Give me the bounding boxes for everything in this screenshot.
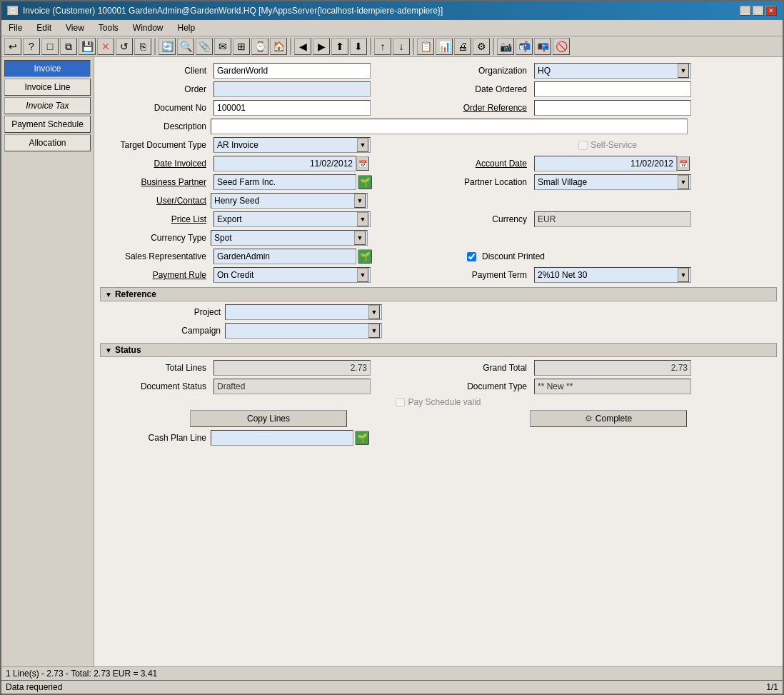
- target-doc-type-arrow[interactable]: ▼: [357, 138, 368, 152]
- copy-detail-button[interactable]: ⎘: [134, 38, 151, 55]
- detail-button[interactable]: ↓: [393, 38, 410, 55]
- business-partner-input[interactable]: [213, 174, 356, 190]
- discount-printed-checkbox[interactable]: [467, 252, 476, 261]
- currency-type-arrow[interactable]: ▼: [354, 231, 366, 245]
- pay-schedule-checkbox[interactable]: [396, 398, 405, 407]
- payment-term-select[interactable]: 2%10 Net 30 ▼: [534, 267, 691, 283]
- account-date-input[interactable]: [534, 156, 677, 171]
- help-button[interactable]: ?: [23, 38, 40, 55]
- sidebar-tab-invoice-line[interactable]: Invoice Line: [4, 79, 91, 96]
- partner-location-arrow[interactable]: ▼: [678, 175, 689, 189]
- organization-dropdown-arrow[interactable]: ▼: [678, 64, 689, 78]
- sidebar-tab-invoice-tax[interactable]: Invoice Tax: [4, 97, 91, 114]
- client-input[interactable]: [213, 63, 371, 79]
- next-button[interactable]: ▶: [313, 38, 330, 55]
- back-button[interactable]: ↩: [4, 38, 21, 55]
- email-button[interactable]: ✉: [214, 38, 231, 55]
- cash-plan-line-lookup-button[interactable]: 🌱: [355, 431, 369, 445]
- report-button[interactable]: 📋: [417, 38, 434, 55]
- project-label: Project: [114, 307, 225, 317]
- payment-term-arrow[interactable]: ▼: [678, 268, 689, 282]
- home-button[interactable]: 🏠: [270, 38, 287, 55]
- campaign-select[interactable]: ▼: [225, 323, 382, 339]
- sales-rep-input[interactable]: [213, 249, 356, 264]
- menu-view[interactable]: View: [61, 21, 89, 34]
- print-button[interactable]: 🖨: [454, 38, 471, 55]
- new-record-button[interactable]: □: [41, 38, 59, 55]
- minimize-button[interactable]: _: [740, 6, 751, 16]
- delete-button[interactable]: ✕: [97, 38, 114, 55]
- date-invoiced-input[interactable]: [213, 156, 356, 171]
- organization-select[interactable]: HQ ▼: [534, 63, 691, 79]
- date-ordered-input[interactable]: [534, 81, 691, 97]
- stop-button[interactable]: 🚫: [553, 38, 570, 55]
- cash-plan-line-input[interactable]: [211, 430, 353, 446]
- restore-button[interactable]: □: [753, 6, 764, 16]
- sales-rep-field-group: Sales Representative 🌱: [100, 249, 438, 264]
- payment-term-field-group: Payment Term 2%10 Net 30 ▼: [438, 267, 777, 283]
- toolbar-separator-5: [493, 38, 494, 55]
- menu-help[interactable]: Help: [174, 21, 200, 34]
- reference-section-header[interactable]: ▼ Reference: [100, 287, 777, 301]
- save-button[interactable]: 💾: [79, 38, 96, 55]
- order-input[interactable]: [213, 81, 371, 97]
- refresh-button[interactable]: 🔄: [159, 38, 176, 55]
- prev-button[interactable]: ◀: [294, 38, 311, 55]
- user-contact-select[interactable]: Henry Seed ▼: [211, 193, 368, 209]
- sales-rep-lookup-button[interactable]: 🌱: [358, 249, 372, 264]
- payment-rule-select[interactable]: On Credit ▼: [213, 267, 371, 283]
- payment-rule-label: Payment Rule: [100, 270, 211, 280]
- copy-record-button[interactable]: ⧉: [60, 38, 77, 55]
- order-reference-input[interactable]: [534, 100, 691, 116]
- menu-edit[interactable]: Edit: [32, 21, 56, 34]
- chart-button[interactable]: 📊: [436, 38, 453, 55]
- menu-tools[interactable]: Tools: [94, 21, 123, 34]
- menu-file[interactable]: File: [4, 21, 26, 34]
- sidebar-tab-payment-schedule[interactable]: Payment Schedule: [4, 116, 91, 133]
- account-date-calendar-button[interactable]: 📅: [677, 156, 690, 171]
- grid-button[interactable]: ⊞: [233, 38, 250, 55]
- campaign-arrow[interactable]: ▼: [368, 324, 380, 338]
- currency-input: [534, 211, 691, 227]
- document-no-input[interactable]: [213, 100, 371, 116]
- undo-button[interactable]: ↺: [116, 38, 133, 55]
- bottom-right-page: 1/1: [766, 682, 778, 692]
- history-button[interactable]: ⌚: [251, 38, 268, 55]
- project-arrow[interactable]: ▼: [368, 305, 380, 319]
- self-service-checkbox[interactable]: [578, 141, 588, 150]
- status-section-header[interactable]: ▼ Status: [100, 343, 777, 357]
- business-partner-lookup-button[interactable]: 🌱: [358, 175, 372, 189]
- last-button[interactable]: ⬇: [350, 38, 367, 55]
- self-service-field-group: Self-Service: [438, 137, 777, 153]
- target-doc-type-select[interactable]: AR Invoice ▼: [213, 137, 371, 153]
- sidebar-tab-invoice[interactable]: Invoice: [4, 60, 91, 77]
- price-list-arrow[interactable]: ▼: [357, 212, 368, 226]
- copy-lines-button[interactable]: Copy Lines: [190, 410, 347, 427]
- user-contact-field-group: User/Contact Henry Seed ▼: [100, 193, 777, 209]
- date-invoiced-calendar-button[interactable]: 📅: [356, 156, 369, 171]
- payment-rule-field-group: Payment Rule On Credit ▼: [100, 267, 438, 283]
- currency-type-select[interactable]: Spot ▼: [211, 230, 368, 246]
- settings-button[interactable]: ⚙: [473, 38, 490, 55]
- close-button[interactable]: ✕: [765, 6, 777, 16]
- mail-out-button[interactable]: 📭: [534, 38, 551, 55]
- partner-location-select[interactable]: Small Village ▼: [534, 174, 691, 190]
- project-select[interactable]: ▼: [225, 304, 382, 320]
- mail-in-button[interactable]: 📬: [516, 38, 533, 55]
- user-contact-arrow[interactable]: ▼: [354, 194, 366, 208]
- payment-rule-arrow[interactable]: ▼: [357, 268, 368, 282]
- copy-lines-button-container: Copy Lines: [100, 410, 437, 427]
- attach-button[interactable]: 📎: [196, 38, 213, 55]
- complete-button[interactable]: ⚙ Complete: [530, 410, 687, 427]
- order-field-group: Order: [100, 81, 438, 97]
- target-doc-type-field-group: Target Document Type AR Invoice ▼: [100, 137, 438, 153]
- description-input[interactable]: [211, 119, 688, 134]
- menu-window[interactable]: Window: [129, 21, 168, 34]
- sidebar-tab-allocation[interactable]: Allocation: [4, 134, 91, 151]
- find-button[interactable]: 🔍: [177, 38, 194, 55]
- parent-button[interactable]: ↑: [374, 38, 391, 55]
- price-list-select[interactable]: Export ▼: [213, 211, 371, 227]
- grand-total-input: [534, 360, 691, 376]
- first-button[interactable]: ⬆: [331, 38, 348, 55]
- screenshot-button[interactable]: 📷: [497, 38, 514, 55]
